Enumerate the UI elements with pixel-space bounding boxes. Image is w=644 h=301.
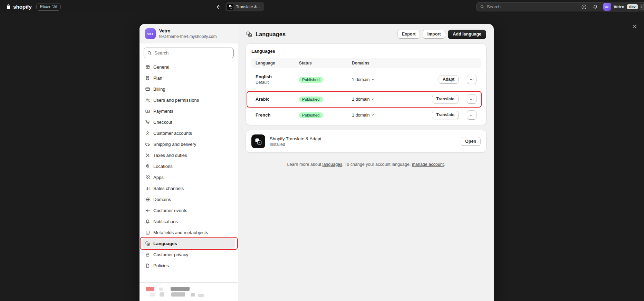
person-icon [145, 131, 150, 136]
store-avatar: VET [145, 28, 156, 39]
settings-nav: General Plan Billing Users and permissio… [140, 62, 238, 282]
notifications-button[interactable] [590, 2, 600, 12]
sidebar-item-label: Plan [153, 76, 162, 81]
manage-account-link[interactable]: manage account [412, 162, 444, 167]
arrow-left-icon [215, 4, 221, 10]
settings-sidebar: VET Vetro test-theme-the4.myshopify.com … [140, 24, 238, 301]
export-button[interactable]: Export [397, 30, 420, 39]
row-menu-button[interactable] [467, 94, 477, 104]
status-badge: Published [299, 77, 323, 83]
sidebar-item-shipping-and-delivery[interactable]: Shipping and delivery [142, 139, 235, 149]
section-title: Languages [251, 49, 481, 54]
user-avatar: VET [603, 3, 611, 11]
sidebar-item-locations[interactable]: Locations [142, 161, 235, 171]
sidebar-item-languages[interactable]: Languages [142, 238, 235, 249]
sidebar-item-customer-privacy[interactable]: Customer privacy [142, 249, 235, 260]
app-status: Installed [270, 142, 456, 147]
sidebar-item-customer-events[interactable]: Customer events [142, 205, 235, 215]
status-cell: Published [299, 76, 352, 83]
sidebar-item-label: Checkout [153, 120, 172, 125]
domains-dropdown[interactable]: 1 domain [352, 97, 375, 102]
sidebar-search-input[interactable] [154, 50, 230, 56]
footer-note: Learn more about languages. To change yo… [246, 162, 486, 167]
domains-dropdown[interactable]: 1 domain [352, 113, 375, 118]
language-name: English [256, 74, 299, 79]
sidebar-item-apps[interactable]: Apps [142, 172, 235, 182]
dev-badge: dev [627, 4, 638, 9]
chevron-down-icon [371, 78, 375, 81]
bell-icon [593, 4, 598, 10]
sidebar-item-domains[interactable]: Domains [142, 194, 235, 204]
settings-modal: VET Vetro test-theme-the4.myshopify.com … [140, 24, 494, 301]
shopify-logo[interactable]: shopify [6, 4, 32, 10]
row-menu-button[interactable] [467, 110, 477, 120]
user-menu[interactable]: VET Vetro dev [602, 2, 641, 12]
redacted-block [171, 292, 185, 297]
sidebar-item-billing[interactable]: Billing [142, 84, 235, 94]
store-icon [145, 64, 150, 70]
sidebar-item-label: Shipping and delivery [153, 142, 196, 147]
language-name: French [256, 112, 299, 118]
sidebar-item-notifications[interactable]: Notifications [142, 216, 235, 227]
translate-icon [145, 241, 150, 246]
status-cell: Published [299, 112, 352, 118]
translate-button[interactable]: Translate [432, 111, 459, 119]
sidebar-item-general[interactable]: General [142, 62, 235, 72]
language-default-label: Default [256, 80, 299, 85]
redacted-block [198, 294, 204, 297]
apps-grid-icon [145, 175, 150, 180]
shopify-wordmark: shopify [13, 4, 32, 10]
store-domain: test-theme-the4.myshopify.com [159, 34, 217, 39]
footer-text: . To change your account language, [342, 162, 412, 167]
sidebar-item-payments[interactable]: Payments [142, 106, 235, 116]
domains-dropdown[interactable]: 1 domain [352, 77, 375, 82]
location-pin-icon [145, 164, 150, 169]
chevron-down-icon [371, 113, 375, 117]
status-badge: Published [299, 97, 323, 102]
table-header: Language Status Domains [251, 58, 481, 68]
release-badge: Winter ’26 [36, 3, 61, 11]
sidebar-item-customer-accounts[interactable]: Customer accounts [142, 128, 235, 138]
svg-text:A: A [259, 141, 260, 144]
close-button[interactable] [629, 21, 640, 32]
sidebar-item-policies[interactable]: Policies [142, 260, 235, 271]
sidebar-item-sales-channels[interactable]: Sales channels [142, 183, 235, 193]
import-button[interactable]: Import [423, 30, 445, 39]
sidebar-search [144, 48, 234, 58]
globe-icon [145, 197, 150, 202]
adapt-button[interactable]: Adapt [439, 75, 459, 84]
search-icon [147, 51, 152, 56]
table-row-english: English Default Published 1 domain Adapt [251, 68, 481, 91]
topbar: shopify Winter ’26 Translate &... Search… [0, 0, 644, 13]
sidebar-item-label: Notifications [153, 219, 178, 224]
translate-button[interactable]: Translate [432, 95, 459, 103]
pulse-icon [145, 208, 150, 213]
column-header-language: Language [256, 61, 299, 66]
credit-card-icon [145, 87, 150, 92]
sidebar-item-label: Billing [153, 87, 165, 92]
store-name: Vetro [159, 28, 217, 34]
redacted-block [191, 293, 195, 297]
sidebar-item-users-and-permissions[interactable]: Users and permissions [142, 95, 235, 105]
sidebar-item-label: Taxes and duties [153, 153, 187, 158]
app-pill-label: Translate &... [236, 4, 260, 9]
sidebar-item-metafields-and-metaobjects[interactable]: Metafields and metaobjects [142, 227, 235, 238]
domains-count: 1 domain [352, 97, 369, 102]
languages-link[interactable]: languages [323, 162, 343, 167]
bell-icon [145, 219, 150, 224]
sidebar-item-taxes-and-duties[interactable]: Taxes and duties [142, 150, 235, 160]
assistant-button[interactable] [579, 2, 589, 12]
sidebar-item-label: Customer privacy [153, 252, 188, 257]
language-cell: Arabic [256, 97, 299, 102]
row-menu-button[interactable] [467, 75, 477, 84]
sidebar-item-plan[interactable]: Plan [142, 73, 235, 83]
add-language-button[interactable]: Add language [448, 30, 486, 39]
open-app-button[interactable]: Open [461, 137, 481, 146]
back-button[interactable] [213, 2, 223, 12]
search-icon [480, 4, 484, 9]
app-context-pill[interactable]: Translate &... [225, 2, 264, 11]
ellipsis-icon [469, 113, 474, 118]
sidebar-item-checkout[interactable]: Checkout [142, 117, 235, 127]
sidebar-item-label: Customer events [153, 208, 187, 213]
sidebar-item-label: Users and permissions [153, 98, 199, 103]
